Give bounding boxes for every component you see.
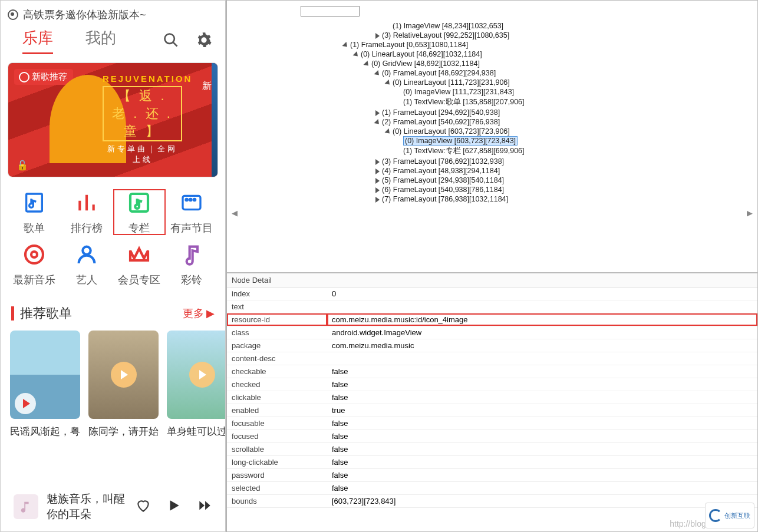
collapse-icon[interactable]	[375, 110, 380, 116]
banner-next-peek[interactable]	[212, 63, 218, 177]
tree-label: (0) LinearLayout [603,723][723,906]	[393, 127, 510, 136]
detail-value: false	[327, 469, 757, 482]
category-artist[interactable]: 艺人	[60, 241, 113, 287]
lock-icon: 🔓	[17, 160, 28, 171]
expand-icon[interactable]	[342, 42, 349, 49]
tree-node[interactable]: (1) TextView:专栏 [627,858][699,906]	[227, 146, 757, 157]
category-label: 最新音乐	[13, 273, 55, 287]
detail-table: index0textresource-idcom.meizu.media.mus…	[227, 288, 757, 508]
tree-node[interactable]: (7) FrameLayout [786,938][1032,1184]	[227, 194, 757, 204]
tree-node[interactable]: (1) ImageView [48,234][1032,653]	[227, 21, 757, 31]
play-badge-icon[interactable]	[15, 393, 36, 414]
tab-library[interactable]: 乐库	[22, 28, 53, 54]
notification-bar[interactable]: 高铁票务邀你体验新版本~	[8, 6, 218, 28]
tree-node[interactable]: (0) ImageView [111,723][231,843]	[227, 87, 757, 97]
expand-icon[interactable]	[384, 128, 391, 136]
detail-row-checkable[interactable]: checkablefalse	[227, 365, 757, 378]
playlist-card[interactable]: 单身蛙可以过得	[167, 331, 226, 438]
detail-value: com.meizu.media.music:id/icon_4image	[327, 313, 757, 326]
expand-icon[interactable]	[384, 80, 391, 87]
collapse-icon[interactable]	[375, 178, 380, 184]
detail-row-focusable[interactable]: focusablefalse	[227, 417, 757, 430]
settings-icon[interactable]	[196, 32, 212, 51]
detail-key: checkable	[227, 365, 327, 378]
detail-key: focusable	[227, 417, 327, 430]
collapse-icon[interactable]	[375, 168, 380, 174]
play-icon[interactable]	[166, 498, 182, 516]
tree-node[interactable]: (0) LinearLayout [111,723][231,906]	[227, 78, 757, 87]
section-accent-bar	[11, 306, 14, 320]
tree-node[interactable]: (0) GridView [48,692][1032,1184]	[227, 59, 757, 68]
detail-row-enabled[interactable]: enabledtrue	[227, 404, 757, 417]
category-rank[interactable]: 排行榜	[60, 189, 113, 235]
tree-search-input[interactable]	[301, 6, 360, 16]
detail-key: checked	[227, 378, 327, 391]
detail-key: class	[227, 326, 327, 339]
category-ringtone[interactable]: 彩铃	[166, 241, 218, 287]
detail-row-index[interactable]: index0	[227, 288, 757, 300]
banner-subtitle: 新专单曲｜全网上线	[103, 144, 182, 165]
tree-node[interactable]: (3) RelativeLayout [992,252][1080,635]	[227, 31, 757, 40]
now-playing-bar[interactable]: 魅族音乐，叫醒你的耳朵	[8, 488, 218, 526]
tree-label: (3) FrameLayout [786,692][1032,938]	[382, 157, 504, 166]
detail-row-package[interactable]: packagecom.meizu.media.music	[227, 339, 757, 352]
expand-icon[interactable]	[363, 61, 370, 68]
latest-icon	[21, 241, 48, 268]
detail-row-long-clickable[interactable]: long-clickablefalse	[227, 456, 757, 469]
tree-node[interactable]: (6) FrameLayout [540,938][786,1184]	[227, 185, 757, 194]
detail-row-password[interactable]: passwordfalse	[227, 469, 757, 482]
playlist-card[interactable]: 民谣风渐起，粤	[10, 331, 80, 438]
tab-mine[interactable]: 我的	[85, 28, 116, 54]
like-icon[interactable]	[136, 498, 151, 516]
detail-row-scrollable[interactable]: scrollablefalse	[227, 443, 757, 456]
tree-label: (0) ImageView [603,723][723,843]	[403, 136, 518, 146]
detail-row-focused[interactable]: focusedfalse	[227, 430, 757, 443]
detail-key: index	[227, 288, 327, 300]
play-badge-icon[interactable]	[189, 362, 215, 388]
detail-row-resource-id[interactable]: resource-idcom.meizu.media.music:id/icon…	[227, 313, 757, 326]
collapse-icon[interactable]	[375, 197, 380, 203]
tree-node[interactable]: (2) FrameLayout [540,692][786,938]	[227, 117, 757, 127]
more-link[interactable]: 更多 ▶	[183, 306, 215, 320]
detail-key: long-clickable	[227, 456, 327, 469]
category-vip[interactable]: 会员专区	[113, 241, 166, 287]
search-icon[interactable]	[163, 32, 179, 51]
category-column[interactable]: 专栏	[113, 189, 166, 235]
category-audio-prog[interactable]: 有声节目	[166, 189, 218, 235]
featured-banner[interactable]: 新歌推荐 🔓 REJUVENATION 【 返 . 老 . 还 . 童 】 新专…	[8, 62, 218, 177]
expand-icon[interactable]	[352, 51, 360, 58]
hierarchy-tree-panel[interactable]: (1) ImageView [48,234][1032,653](3) Rela…	[226, 0, 758, 273]
detail-row-bounds[interactable]: bounds[603,723][723,843]	[227, 495, 757, 508]
detail-row-checked[interactable]: checkedfalse	[227, 378, 757, 391]
expand-icon[interactable]	[374, 119, 381, 126]
detail-row-clickable[interactable]: clickablefalse	[227, 391, 757, 404]
detail-row-text[interactable]: text	[227, 300, 757, 313]
tree-node[interactable]: (0) LinearLayout [48,692][1032,1184]	[227, 49, 757, 59]
detail-row-content-desc[interactable]: content-desc	[227, 352, 757, 365]
banner-title-cn: 【 返 . 老 . 还 . 童 】	[103, 86, 182, 141]
play-badge-icon[interactable]	[111, 362, 137, 388]
tree-node[interactable]: (1) FrameLayout [0,653][1080,1184]	[227, 40, 757, 49]
category-playlist[interactable]: 歌单	[8, 189, 60, 235]
tree-scrollbar[interactable]: ◀▶	[227, 207, 757, 219]
collapse-icon[interactable]	[375, 187, 380, 193]
tree-node[interactable]: (0) LinearLayout [603,723][723,906]	[227, 127, 757, 136]
tree-node[interactable]: (4) FrameLayout [48,938][294,1184]	[227, 166, 757, 176]
tree-label: (6) FrameLayout [540,938][786,1184]	[382, 186, 504, 194]
tree-node[interactable]: (1) TextView:歌单 [135,858][207,906]	[227, 97, 757, 108]
category-label: 排行榜	[71, 221, 103, 235]
expand-icon[interactable]	[374, 70, 381, 77]
tree-node[interactable]: (5) FrameLayout [294,938][540,1184]	[227, 176, 757, 185]
tree-node[interactable]: (3) FrameLayout [786,692][1032,938]	[227, 157, 757, 166]
collapse-icon[interactable]	[375, 159, 380, 165]
tree-label: (2) FrameLayout [540,692][786,938]	[382, 118, 500, 126]
tree-node[interactable]: (0) ImageView [603,723][723,843]	[227, 136, 757, 146]
collapse-icon[interactable]	[375, 33, 380, 39]
playlist-card[interactable]: 陈同学，请开始	[88, 331, 159, 438]
category-latest[interactable]: 最新音乐	[8, 241, 60, 287]
next-icon[interactable]	[197, 498, 212, 516]
tree-node[interactable]: (0) FrameLayout [48,692][294,938]	[227, 68, 757, 78]
detail-row-selected[interactable]: selectedfalse	[227, 482, 757, 495]
tree-node[interactable]: (1) FrameLayout [294,692][540,938]	[227, 108, 757, 117]
detail-row-class[interactable]: classandroid.widget.ImageView	[227, 326, 757, 339]
